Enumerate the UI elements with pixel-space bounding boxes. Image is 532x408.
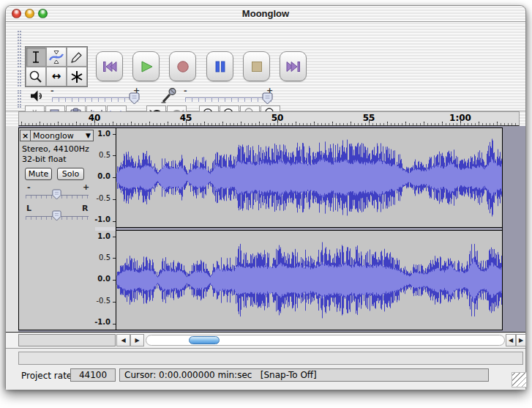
timeline-tick: [442, 122, 443, 125]
vertical-ruler-right[interactable]: 1.00.50.0-0.5-1.0: [95, 231, 116, 330]
waveform-channel-left[interactable]: [116, 128, 502, 227]
resize-grip-icon[interactable]: [512, 372, 527, 387]
scrollbar-left-panel: [18, 334, 116, 346]
timeline-tick: [241, 122, 241, 125]
speaker-icon: [29, 88, 46, 104]
selection-tool-button[interactable]: [26, 47, 46, 67]
timeline-tick: [314, 122, 315, 125]
pan-right-label: R: [82, 204, 88, 213]
project-rate-label: Project rate:: [21, 371, 75, 381]
pencil-icon: [69, 50, 85, 64]
waveform-column: [116, 128, 502, 330]
scrollbar-thumb[interactable]: [189, 336, 220, 344]
scroll-left-button[interactable]: ◀: [116, 334, 130, 346]
scroll-right-button-2[interactable]: ▶: [516, 334, 526, 346]
track-menu[interactable]: Moonglow ▼: [31, 130, 94, 141]
amplitude-label: 0.0: [97, 275, 110, 283]
gain-min-label: -: [27, 182, 31, 192]
skip-to-start-button[interactable]: [96, 51, 123, 81]
magnifier-icon: [28, 70, 44, 84]
toolbar-grip[interactable]: [18, 31, 21, 67]
track-title: Moonglow: [33, 131, 84, 141]
scroll-right-button[interactable]: ▶: [130, 334, 144, 346]
track-sample-info: 32-bit float: [22, 155, 67, 164]
pause-icon: [211, 59, 230, 74]
timeline-tick: [277, 119, 278, 125]
output-volume-slider[interactable]: [52, 97, 138, 103]
amplitude-label: 0.5: [99, 151, 110, 159]
track-format-info: Stereo, 44100Hz: [22, 144, 89, 154]
envelope-tool-button[interactable]: [46, 47, 67, 67]
pan-left-label: L: [26, 204, 31, 213]
zoom-tool-button[interactable]: [26, 67, 46, 86]
vertical-ruler-left[interactable]: 1.00.50.0-0.5-1.0: [95, 128, 116, 227]
timeline-tick: [204, 122, 205, 125]
close-window-icon[interactable]: [12, 9, 21, 18]
pan-slider-thumb[interactable]: [52, 210, 61, 221]
track-area: × Moonglow ▼ Stereo, 44100Hz 32-bit floa…: [6, 126, 525, 332]
timeline-tick: [369, 119, 370, 125]
amplitude-label: 1.0: [97, 232, 110, 240]
timeline-tick: [186, 119, 187, 125]
timeline-tick: [405, 122, 406, 125]
scroll-left-icon-2: ◀: [509, 337, 513, 344]
asterisk-icon: [69, 70, 85, 84]
multi-tool-button[interactable]: [67, 67, 87, 86]
scroll-right-icon-2: ▶: [519, 337, 523, 344]
amplitude-label: 1.0: [97, 130, 110, 138]
project-rate-value[interactable]: 44100: [70, 368, 116, 382]
timeline-row: 404550551:00: [6, 111, 525, 126]
mixer-toolbar-grip[interactable]: [18, 70, 21, 86]
gain-slider-thumb[interactable]: [52, 189, 61, 200]
scroll-right-icon: ▶: [135, 337, 139, 344]
window-title: Moonglow: [242, 8, 289, 19]
time-shift-tool-button[interactable]: ↔: [46, 67, 67, 86]
input-min-label: -: [184, 86, 187, 95]
timeline-tick: [76, 122, 77, 125]
amplitude-label: 0.0: [97, 172, 110, 180]
input-volume-thumb[interactable]: [262, 92, 273, 105]
timeline-tick: [149, 122, 150, 125]
timeline-tick: [131, 122, 132, 125]
zoom-window-icon[interactable]: [38, 9, 48, 18]
stop-button[interactable]: [243, 51, 270, 81]
edit-toolbar-grip[interactable]: [18, 90, 21, 108]
close-track-icon[interactable]: ×: [20, 130, 31, 141]
timeline-tick: [497, 122, 498, 125]
pause-button[interactable]: [206, 51, 233, 81]
scroll-left-button-2[interactable]: ◀: [506, 334, 516, 346]
tooltip-strip: [18, 352, 523, 365]
timeline-tick: [94, 119, 95, 125]
timeline-tick: [460, 119, 461, 125]
skip-to-end-button[interactable]: [280, 51, 307, 81]
envelope-icon: [48, 50, 64, 64]
minimize-window-icon[interactable]: [25, 9, 34, 18]
cursor-status: Cursor: 0:00.000000 min:sec [Snap-To Off…: [119, 368, 489, 382]
timeline-tick: [387, 122, 388, 125]
timeline-tick: [351, 122, 351, 125]
input-volume-slider[interactable]: [185, 97, 271, 103]
timeline-tick: [479, 122, 479, 125]
amplitude-label: -1.0: [94, 318, 110, 326]
solo-button[interactable]: Solo: [57, 168, 84, 180]
track-area-background: × Moonglow ▼ Stereo, 44100Hz 32-bit floa…: [18, 126, 525, 332]
timeline-ruler[interactable]: 404550551:00: [18, 111, 520, 126]
waveform-channel-right[interactable]: [116, 231, 502, 330]
record-icon: [173, 59, 192, 74]
timeline-tick: [168, 122, 168, 125]
timeline-tick: [40, 122, 40, 125]
play-button[interactable]: [132, 51, 160, 81]
output-volume-thumb[interactable]: [129, 92, 140, 105]
horizontal-scrollbar[interactable]: [146, 335, 505, 346]
timeline-tick: [296, 122, 296, 125]
draw-tool-button[interactable]: [67, 47, 87, 67]
amplitude-label: -0.5: [96, 194, 110, 202]
audio-track: × Moonglow ▼ Stereo, 44100Hz 32-bit floa…: [18, 127, 503, 330]
screen: Moonglow: [0, 0, 532, 408]
record-button[interactable]: [169, 51, 196, 81]
timeline-tick: [222, 122, 223, 125]
title-bar[interactable]: Moonglow: [6, 6, 525, 22]
mute-button[interactable]: Mute: [25, 168, 52, 180]
track-control-panel: × Moonglow ▼ Stereo, 44100Hz 32-bit floa…: [19, 128, 95, 330]
timeline-tick: [332, 122, 333, 125]
